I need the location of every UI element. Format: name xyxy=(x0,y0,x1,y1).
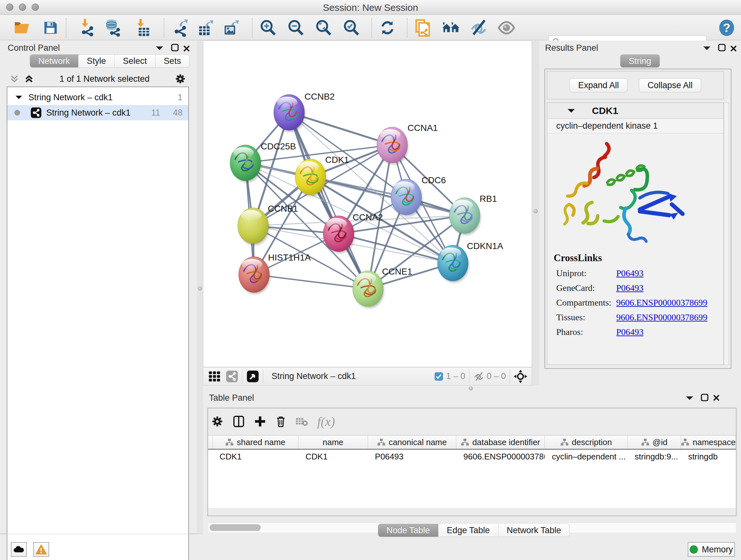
collapse-all-networks-icon[interactable] xyxy=(9,74,19,84)
crosslink-value-link[interactable]: P06493 xyxy=(616,283,644,293)
column-header-canonical-name[interactable]: canonical name xyxy=(368,435,456,449)
left-splitter-grip[interactable] xyxy=(198,287,202,291)
tab-node-table[interactable]: Node Table xyxy=(378,523,439,537)
crosslink-value-link[interactable]: P06493 xyxy=(616,327,644,337)
table-row[interactable]: CDK1CDK1P064939606.ENSP00000378699cyclin… xyxy=(208,449,736,463)
fit-selection-crosshair-icon[interactable] xyxy=(514,370,527,383)
network-node-cdkn1a[interactable] xyxy=(437,245,469,283)
zoom-fit-icon[interactable] xyxy=(314,19,333,37)
network-edge[interactable] xyxy=(254,274,368,289)
help-icon[interactable]: ? xyxy=(718,19,736,37)
network-view[interactable]: CCNB2CCNA1CDC25BCDK1CDC6RB1CCNB1CCNA2CDK… xyxy=(203,41,532,367)
network-node-ccne1[interactable] xyxy=(353,271,384,308)
table-header-row: shared namenamecanonical namedatabase id… xyxy=(208,435,736,449)
refresh-icon[interactable] xyxy=(378,19,397,37)
column-header--id[interactable]: @id xyxy=(628,435,681,449)
function-builder-icon[interactable]: f(x) xyxy=(317,414,335,429)
tab-sets[interactable]: Sets xyxy=(155,54,190,68)
import-table-icon[interactable] xyxy=(132,19,151,37)
crosslink-value-link[interactable]: 9606.ENSP00000378699 xyxy=(616,298,707,308)
right-splitter-grip[interactable] xyxy=(534,209,538,213)
results-panel-float-icon[interactable] xyxy=(718,43,726,52)
open-session-icon[interactable] xyxy=(12,19,31,37)
network-node-ccnb2[interactable] xyxy=(274,95,305,132)
show-columns-icon[interactable] xyxy=(232,415,245,428)
row-gutter xyxy=(208,449,212,463)
titlebar: Session: New Session xyxy=(0,0,741,15)
right-splitter[interactable] xyxy=(532,41,539,392)
memory-button[interactable]: Memory xyxy=(688,542,735,557)
tab-network[interactable]: Network xyxy=(30,54,78,68)
network-row[interactable]: String Network – cdk1 11 48 xyxy=(7,105,188,120)
tab-string[interactable]: String xyxy=(620,54,660,68)
results-scrollbar[interactable] xyxy=(724,103,729,365)
birds-eye-view-icon[interactable] xyxy=(246,370,259,383)
network-node-ccnb1[interactable] xyxy=(238,208,269,245)
network-collection-row[interactable]: String Network – cdk1 1 xyxy=(7,90,188,105)
export-network-icon[interactable] xyxy=(171,19,190,37)
crosslink-value-link[interactable]: 9606.ENSP00000378699 xyxy=(616,312,707,322)
network-options-gear-icon[interactable] xyxy=(175,73,186,84)
table-panel-float-icon[interactable] xyxy=(700,393,709,402)
network-node-hist1h1a[interactable] xyxy=(239,257,270,294)
control-panel-float-icon[interactable] xyxy=(171,43,179,52)
left-splitter[interactable] xyxy=(197,41,203,534)
zoom-in-icon[interactable] xyxy=(259,19,277,37)
gene-expander-icon[interactable] xyxy=(567,108,576,114)
network-canvas-svg[interactable]: CCNB2CCNA1CDC25BCDK1CDC6RB1CCNB1CCNA2CDK… xyxy=(203,41,532,367)
control-panel-menu-icon[interactable] xyxy=(155,45,164,51)
table-cell: stringdb xyxy=(681,449,736,463)
svg-text:?: ? xyxy=(723,21,731,35)
network-node-cdc25b[interactable] xyxy=(230,145,261,182)
hidden-node-edge-counts: 0 – 0 xyxy=(487,371,506,381)
network-share-view-icon[interactable] xyxy=(226,370,239,383)
column-header-description[interactable]: description xyxy=(545,435,627,449)
table-panel-menu-icon[interactable] xyxy=(685,395,694,401)
selected-checkbox-icon[interactable] xyxy=(434,372,444,381)
tab-edge-table[interactable]: Edge Table xyxy=(438,523,498,537)
network-node-cdk1[interactable] xyxy=(295,159,327,196)
collection-expander-icon[interactable] xyxy=(15,95,23,100)
column-header-name[interactable]: name xyxy=(298,435,367,449)
delete-table-icon[interactable] xyxy=(295,416,308,427)
network-node-ccna1[interactable] xyxy=(377,127,408,165)
tab-network-table[interactable]: Network Table xyxy=(498,523,570,537)
home-pair-icon[interactable] xyxy=(442,19,460,37)
column-header-database-identifier[interactable]: database identifier xyxy=(456,435,545,449)
warning-button[interactable] xyxy=(33,542,49,557)
export-image-icon[interactable] xyxy=(222,19,241,37)
delete-column-icon[interactable] xyxy=(275,415,286,428)
horizontal-splitter-grip[interactable] xyxy=(469,386,473,390)
hidden-eye-slash-icon[interactable] xyxy=(473,371,484,382)
control-panel-close-icon[interactable]: ✕ xyxy=(183,43,191,54)
crosslink-value-link[interactable]: P06493 xyxy=(616,268,644,278)
show-all-icon[interactable] xyxy=(497,19,516,37)
cloud-button[interactable] xyxy=(11,542,27,557)
column-header-shared-name[interactable]: shared name xyxy=(212,435,298,449)
table-hscrollbar-thumb[interactable] xyxy=(210,524,261,531)
results-panel-menu-icon[interactable] xyxy=(703,45,711,51)
column-header-namespace[interactable]: namespace xyxy=(681,435,736,449)
protein-structure-image xyxy=(547,133,724,252)
grid-view-icon[interactable] xyxy=(208,370,220,382)
copy-documents-icon[interactable] xyxy=(414,19,432,37)
zoom-selected-icon[interactable] xyxy=(342,19,360,37)
zoom-out-icon[interactable] xyxy=(286,19,305,37)
horizontal-splitter[interactable] xyxy=(203,385,539,392)
expand-all-button[interactable]: Expand All xyxy=(569,78,628,92)
table-panel-close-icon[interactable]: ✕ xyxy=(712,392,720,403)
import-database-icon[interactable] xyxy=(104,19,122,37)
string-network-icon xyxy=(30,107,42,118)
import-network-icon[interactable] xyxy=(77,19,96,37)
create-column-icon[interactable] xyxy=(254,415,266,428)
tab-style[interactable]: Style xyxy=(78,54,115,68)
export-table-icon[interactable] xyxy=(197,19,215,37)
tab-select[interactable]: Select xyxy=(114,54,155,68)
save-session-icon[interactable] xyxy=(41,19,60,37)
table-options-gear-icon[interactable] xyxy=(211,415,223,428)
collapse-all-button[interactable]: Collapse All xyxy=(639,78,701,92)
hide-selected-icon[interactable] xyxy=(469,19,488,37)
results-panel-close-icon[interactable]: ✕ xyxy=(730,43,738,54)
expand-all-networks-icon[interactable] xyxy=(24,74,34,84)
network-node-rb1[interactable] xyxy=(449,198,481,235)
